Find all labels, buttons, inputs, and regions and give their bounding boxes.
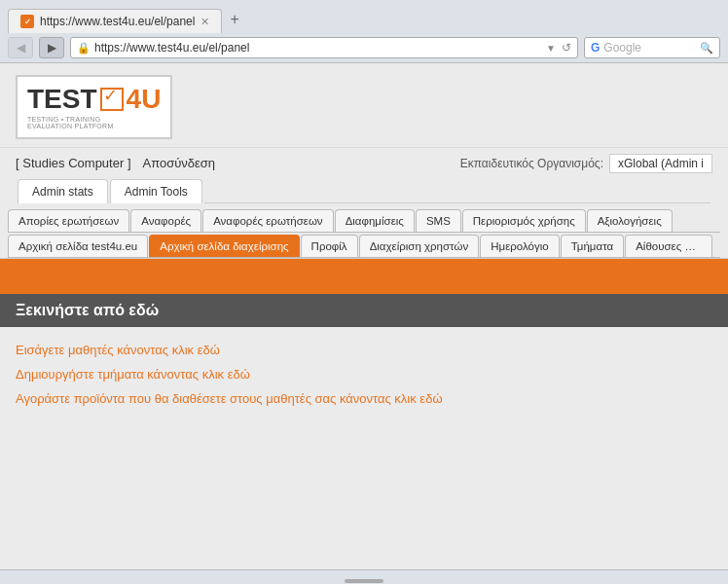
nav-tabs-section: Απορίες ερωτήσεων Αναφορές Αναφορές ερωτ… [0,205,728,259]
new-tab-button[interactable]: + [222,6,246,33]
tab-spacer [204,202,710,203]
browser-toolbar: ◀ ▶ 🔒 https://www.test4u.eu/el/panel ▼ ↺… [0,33,728,63]
search-submit-icon[interactable]: 🔍 [700,42,713,55]
content-body: Εισάγετε μαθητές κάνοντας κλικ εδώ Δημιο… [0,327,728,431]
insert-students-link[interactable]: Εισάγετε μαθητές κάνοντας κλικ εδώ [16,343,712,357]
scroll-indicator [345,579,383,583]
tab-arxiki-diaxeirisis[interactable]: Αρχική σελίδα διαχείρισης [149,235,299,257]
tab-imerologio[interactable]: Ημερολόγιο [480,235,559,257]
tab-title: https://www.test4u.eu/el/panel [40,15,195,28]
search-input[interactable]: Google [603,41,700,55]
tab-admin-tools[interactable]: Admin Tools [110,179,202,203]
nav-tabs-row1: Απορίες ερωτήσεων Αναφορές Αναφορές ερωτ… [8,209,720,233]
logo-4u-text: 4U [127,85,162,115]
tab-anafores[interactable]: Αναφορές [130,209,201,232]
create-departments-link[interactable]: Δημιουργήστε τμήματα κάνοντας κλικ εδώ [16,367,712,382]
address-bar[interactable]: 🔒 https://www.test4u.eu/el/panel ▼ ↺ [70,37,578,58]
tab-diafimiseis[interactable]: Διαφημίσεις [335,209,415,232]
forward-button[interactable]: ▶ [39,37,64,58]
tab-arxiki-test4u[interactable]: Αρχική σελίδα test4u.eu [8,235,148,257]
main-section: Ξεκινήστε από εδώ Εισάγετε μαθητές κάνον… [0,294,728,431]
user-nav: [ Studies Computer ] Αποσύνδεση Εκπαιδευ… [16,154,712,173]
back-icon: ◀ [17,41,25,55]
tab-periorismmos[interactable]: Περιορισμός χρήσης [462,209,586,232]
section-title: Ξεκινήστε από εδώ [16,302,159,318]
buy-products-link[interactable]: Αγοράστε προϊόντα που θα διαθέσετε στους… [16,391,712,406]
site-header: TEST ✓ 4U TESTING • TRAINING EVALUATION … [0,63,728,148]
studies-computer-link[interactable]: [ Studies Computer ] [16,156,131,170]
tab-diaxeirisi-xriston[interactable]: Διαχείριση χρηστών [359,235,480,257]
logo-box: TEST ✓ 4U TESTING • TRAINING EVALUATION … [16,75,172,139]
address-dropdown-icon[interactable]: ▼ [546,43,556,54]
browser-tab[interactable]: ✓ https://www.test4u.eu/el/panel ✕ [8,9,222,33]
user-nav-area: [ Studies Computer ] Αποσύνδεση Εκπαιδευ… [0,148,728,203]
org-label: Εκπαιδευτικός Οργανισμός: [460,157,603,170]
search-engine-icon: G [591,41,600,55]
tab-favicon: ✓ [20,15,34,28]
org-value: xGlobal (Admin i [609,154,712,173]
forward-icon: ▶ [48,41,56,55]
tab-anafores-erotiseon[interactable]: Αναφορές ερωτήσεων [202,209,334,232]
page-content: TEST ✓ 4U TESTING • TRAINING EVALUATION … [0,63,728,569]
logo-test-text: TEST [27,85,97,115]
tab-aithousses[interactable]: Αίθουσες υπολογιστ… [625,235,712,257]
logout-link[interactable]: Αποσύνδεση [143,156,216,170]
logo-check-icon: ✓ [103,87,118,106]
search-bar[interactable]: G Google 🔍 [584,37,720,58]
section-header: Ξεκινήστε από εδώ [0,294,728,327]
browser-titlebar: ✓ https://www.test4u.eu/el/panel ✕ + [0,0,728,33]
logo-container: TEST ✓ 4U TESTING • TRAINING EVALUATION … [16,75,172,139]
org-info: Εκπαιδευτικός Οργανισμός: xGlobal (Admin… [460,154,712,173]
logo-subtitle1: TESTING • TRAINING [27,116,161,123]
orange-bar [0,259,728,294]
tab-admin-stats[interactable]: Admin stats [18,179,108,203]
lock-icon: 🔒 [77,42,91,55]
nav-tabs-row2: Αρχική σελίδα test4u.eu Αρχική σελίδα δι… [8,235,720,258]
logo-subtitle2: EVALUATION PLATFORM [27,123,161,129]
tab-profil[interactable]: Προφίλ [301,235,358,257]
admin-tabs-row: Admin stats Admin Tools [16,179,712,203]
tab-close-button[interactable]: ✕ [200,16,209,28]
user-nav-left: [ Studies Computer ] Αποσύνδεση [16,156,215,170]
refresh-icon[interactable]: ↺ [562,41,571,55]
logo-check-box: ✓ [100,88,124,111]
tab-sms[interactable]: SMS [416,209,461,232]
tab-tmimata[interactable]: Τμήματα [561,235,625,257]
back-button[interactable]: ◀ [8,37,33,58]
tab-axiologiseis[interactable]: Αξιολογήσεις [587,209,673,232]
tab-bar: ✓ https://www.test4u.eu/el/panel ✕ + [8,6,247,33]
url-text: https://www.test4u.eu/el/panel [94,41,542,55]
tab-apories[interactable]: Απορίες ερωτήσεων [8,209,129,232]
bottom-bar [0,569,728,584]
browser-chrome: ✓ https://www.test4u.eu/el/panel ✕ + ◀ ▶… [0,0,728,63]
